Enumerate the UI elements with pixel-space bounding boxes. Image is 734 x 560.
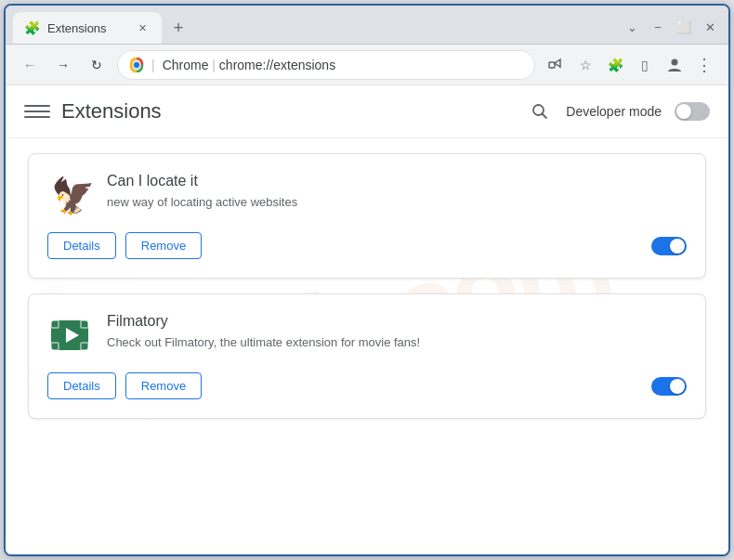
extension-2-details-button[interactable]: Details: [47, 372, 116, 399]
back-button[interactable]: ←: [17, 52, 43, 78]
extension-2-remove-button[interactable]: Remove: [125, 372, 202, 399]
close-button[interactable]: ✕: [699, 16, 721, 38]
extension-2-toggle-wrap: [651, 377, 687, 396]
extension-2-icon: [47, 313, 92, 358]
menu-line-3: [24, 116, 50, 118]
menu-line-1: [24, 105, 50, 107]
page-content: riash.com Extensions Developer mode: [6, 85, 728, 554]
extension-1-info: Can I locate it new way of locating acti…: [107, 173, 687, 212]
url-path: chrome://extensions: [219, 58, 335, 72]
extension-card-1: 🦅 Can I locate it new way of locating ac…: [28, 153, 706, 279]
toolbar-actions: ☆ 🧩 ▯ ⋮: [543, 52, 717, 78]
sidebar-button[interactable]: ▯: [632, 52, 658, 78]
tab-close-button[interactable]: ✕: [134, 20, 151, 36]
extension-2-toggle[interactable]: [651, 377, 687, 396]
extensions-list: 🦅 Can I locate it new way of locating ac…: [6, 138, 728, 434]
developer-mode-label: Developer mode: [566, 104, 662, 119]
extension-card-2-top: Filmatory Check out Filmatory, the ultim…: [47, 313, 687, 358]
url-separator: |: [212, 58, 219, 72]
extension-1-name: Can I locate it: [107, 173, 687, 189]
extension-2-info: Filmatory Check out Filmatory, the ultim…: [107, 313, 687, 352]
extension-1-actions: Details Remove: [47, 232, 687, 259]
extension-2-toggle-knob: [670, 379, 685, 394]
reload-button[interactable]: ↻: [84, 52, 110, 78]
forward-button[interactable]: →: [50, 52, 76, 78]
window-controls: ⌄ − ⬜ ✕: [621, 16, 721, 38]
bookmark-button[interactable]: ☆: [572, 52, 598, 78]
extension-1-toggle-knob: [670, 239, 685, 254]
chrome-icon: [129, 58, 144, 72]
extension-1-desc: new way of locating active websites: [107, 193, 687, 212]
extension-1-details-button[interactable]: Details: [47, 232, 116, 259]
search-icon: [531, 102, 549, 121]
toggle-knob: [676, 104, 691, 119]
svg-line-8: [543, 114, 547, 119]
share-button[interactable]: [543, 52, 569, 78]
menu-button[interactable]: ⋮: [691, 52, 717, 78]
maximize-button[interactable]: ⬜: [673, 16, 695, 38]
restore-down-button[interactable]: ⌄: [621, 16, 643, 38]
extension-card-1-top: 🦅 Can I locate it new way of locating ac…: [47, 173, 687, 217]
header-actions: Developer mode: [527, 98, 710, 124]
extension-2-desc: Check out Filmatory, the ultimate extens…: [107, 333, 687, 352]
minimize-button[interactable]: −: [647, 16, 669, 38]
browser-tab[interactable]: 🧩 Extensions ✕: [13, 12, 162, 44]
svg-text:🦅: 🦅: [51, 175, 92, 217]
extension-card-2: Filmatory Check out Filmatory, the ultim…: [28, 293, 706, 419]
profile-icon: [666, 57, 683, 73]
address-text: Chrome | chrome://extensions: [163, 58, 523, 72]
extension-1-remove-button[interactable]: Remove: [125, 232, 202, 259]
profile-button[interactable]: [662, 52, 688, 78]
extensions-button[interactable]: 🧩: [602, 52, 628, 78]
menu-line-2: [24, 111, 50, 112]
extension-1-toggle-wrap: [651, 237, 687, 255]
tab-title: Extensions: [47, 21, 126, 35]
svg-point-1: [134, 62, 139, 68]
developer-mode-toggle[interactable]: [675, 102, 710, 121]
page-title: Extensions: [61, 99, 162, 124]
browser-window: 🧩 Extensions ✕ + ⌄ − ⬜ ✕ ← → ↻ |: [4, 4, 730, 556]
search-extensions-button[interactable]: [527, 98, 553, 124]
toolbar: ← → ↻ | Chrome | chrome://extensions: [6, 45, 728, 85]
share-icon: [548, 58, 563, 72]
extension-1-icon: 🦅: [47, 173, 92, 217]
extension-2-name: Filmatory: [107, 313, 687, 330]
hamburger-menu-button[interactable]: [24, 98, 50, 124]
extension-1-toggle[interactable]: [651, 237, 687, 255]
url-brand: Chrome: [163, 58, 209, 72]
extensions-tab-icon: 🧩: [24, 20, 40, 35]
new-tab-button[interactable]: +: [165, 15, 191, 41]
extension-2-actions: Details Remove: [47, 372, 687, 399]
address-divider: |: [151, 58, 155, 72]
svg-point-3: [672, 59, 678, 65]
extensions-header: Extensions Developer mode: [6, 85, 728, 138]
title-bar: 🧩 Extensions ✕ + ⌄ − ⬜ ✕: [6, 6, 728, 45]
address-bar[interactable]: | Chrome | chrome://extensions: [117, 50, 535, 80]
